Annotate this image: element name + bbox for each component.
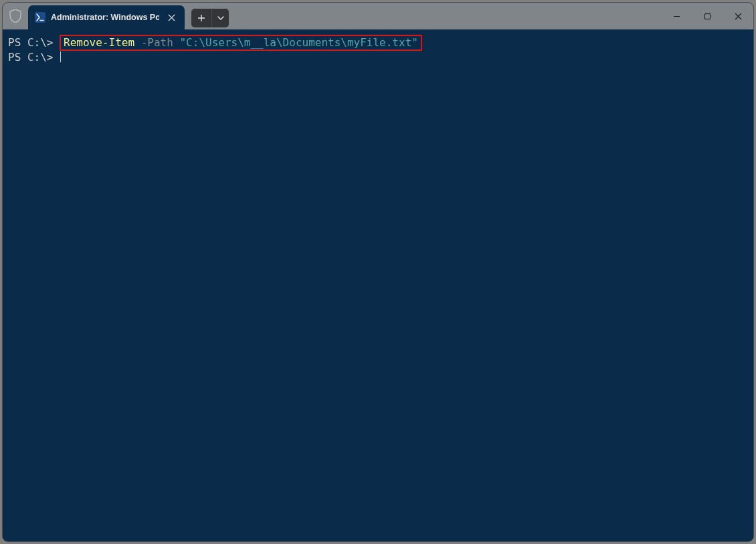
terminal-line: PS C:\> Remove-Item -Path "C:\Users\m__l… xyxy=(8,35,748,51)
tab-powershell[interactable]: Administrator: Windows Powe xyxy=(28,5,185,29)
close-button[interactable] xyxy=(723,3,753,29)
minimize-button[interactable] xyxy=(661,3,692,29)
titlebar: Administrator: Windows Powe xyxy=(3,3,753,29)
maximize-button[interactable] xyxy=(692,3,723,29)
command-token: Remove-Item xyxy=(64,36,134,49)
prompt: PS C:\> xyxy=(8,36,60,49)
param-token: -Path xyxy=(141,36,173,49)
powershell-icon xyxy=(35,12,45,23)
window-controls xyxy=(661,3,753,29)
tab-title: Administrator: Windows Powe xyxy=(51,13,159,22)
tab-close-button[interactable] xyxy=(165,11,178,24)
command-highlight: Remove-Item -Path "C:\Users\m__la\Docume… xyxy=(60,35,422,51)
terminal-viewport[interactable]: PS C:\> Remove-Item -Path "C:\Users\m__l… xyxy=(3,29,753,541)
new-tab-button[interactable] xyxy=(191,9,211,27)
string-token: "C:\Users\m__la\Documents\myFile.txt" xyxy=(179,36,417,49)
uac-shield-icon xyxy=(3,3,28,29)
new-tab-group xyxy=(191,3,229,29)
titlebar-drag-area[interactable] xyxy=(229,3,661,29)
cursor xyxy=(60,52,61,62)
terminal-line: PS C:\> xyxy=(8,51,748,64)
prompt: PS C:\> xyxy=(8,51,60,64)
svg-rect-6 xyxy=(704,13,710,19)
new-tab-dropdown[interactable] xyxy=(211,9,229,27)
terminal-window: Administrator: Windows Powe xyxy=(3,3,753,541)
